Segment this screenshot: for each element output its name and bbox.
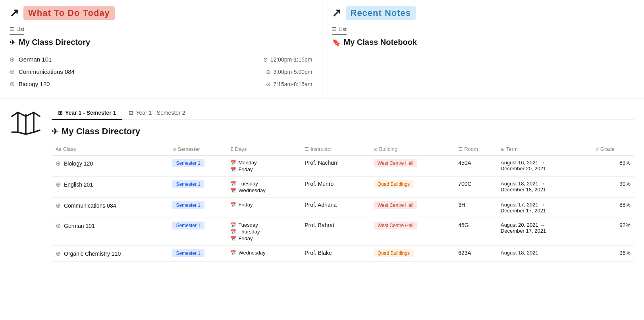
tab-semester-1[interactable]: ⊞ Year 1 - Semester 1: [52, 106, 122, 120]
td-term: August 18, 2021 →December 18, 2021: [497, 177, 592, 198]
recent-notes-title: Recent Notes: [346, 6, 416, 20]
cal-icon: 📅: [230, 188, 236, 193]
class-icon-row: ⊕: [56, 160, 61, 167]
class-time-comms: ⊙ 3:00pm-5:00pm: [266, 69, 312, 75]
td-class: ⊕ English 201: [52, 177, 168, 198]
bottom-section: ⊞ Year 1 - Semester 1 ⊞ Year 1 - Semeste…: [0, 98, 644, 270]
td-grade: 90%: [592, 177, 634, 198]
directory-icon-top: ✈: [10, 38, 15, 47]
th-room: ☰Room: [454, 143, 497, 156]
class-name-cell: Biology 120: [64, 160, 93, 167]
class-icon-row: ⊕: [56, 222, 61, 229]
notebook-title: 🔖 My Class Notebook: [332, 38, 635, 47]
td-days: 📅 Monday 📅 Friday: [226, 156, 301, 177]
day-name: Tuesday: [238, 181, 258, 187]
cal-icon: 📅: [230, 160, 236, 166]
list-toggle-left[interactable]: ☰ List: [10, 26, 312, 35]
class-name-cell: Organic Chemistry 110: [64, 251, 121, 257]
td-days: 📅 Tuesday 📅 Wednesday: [226, 177, 301, 198]
td-instructor: Prof. Bahrat: [301, 218, 369, 246]
class-icon-row: ⊕: [56, 181, 61, 188]
class-icon-comms: ⊕: [10, 68, 15, 75]
td-days: 📅 Tuesday 📅 Thursday 📅 Friday: [226, 218, 301, 246]
directory-title-bottom-text: My Class Directory: [62, 126, 140, 137]
td-class: ⊕ Communications 084: [52, 198, 168, 218]
directory-icon-bottom: ✈: [52, 127, 58, 136]
class-icon-row: ⊕: [56, 250, 61, 257]
map-icon: [10, 110, 42, 136]
td-term: August 17, 2021 →December 17, 2021: [497, 198, 592, 218]
td-term: August 18, 2021: [497, 246, 592, 262]
day-item: 📅 Wednesday: [230, 187, 297, 193]
td-semester: Semester 1: [168, 218, 227, 246]
list-label-left[interactable]: ☰ List: [10, 26, 24, 35]
td-semester: Semester 1: [168, 246, 227, 262]
class-name-bio: Biology 120: [19, 81, 50, 87]
day-name: Friday: [238, 235, 253, 241]
map-sidebar: [0, 98, 52, 270]
class-name-comms: Communications 084: [19, 68, 75, 75]
td-room: 3H: [454, 198, 497, 218]
cal-icon: 📅: [230, 167, 236, 172]
th-instructor: ☰Instructor: [301, 143, 369, 156]
th-days: ΣDays: [226, 143, 301, 156]
time-german: 12:00pm-1:15pm: [270, 56, 312, 63]
td-building: West Centre Hall: [370, 198, 455, 218]
td-room: 700C: [454, 177, 497, 198]
td-days: 📅 Wednesday: [226, 246, 301, 262]
list-label-right[interactable]: ☰ List: [332, 26, 347, 35]
th-class: AaClass: [52, 143, 168, 156]
cal-icon: 📅: [230, 202, 236, 208]
directory-title-bottom: ✈ My Class Directory: [52, 126, 634, 137]
arrow-icon-right[interactable]: ↗: [332, 8, 341, 19]
day-name: Wednesday: [238, 250, 265, 256]
td-building: Quad Buildings: [370, 246, 455, 262]
day-name: Wednesday: [238, 187, 265, 193]
td-class: ⊕ German 101: [52, 218, 168, 246]
th-building-icon: ⊙: [374, 147, 378, 152]
table-header-row: AaClass ⊙Semester ΣDays ☰Instructor ⊙Bui: [52, 143, 634, 156]
building-badge: Quad Buildings: [374, 249, 414, 257]
tab-label-1: Year 1 - Semester 1: [65, 110, 116, 116]
th-semester-icon: ⊙: [172, 147, 176, 152]
time-comms: 3:00pm-5:00pm: [273, 69, 312, 75]
th-grade-icon: #: [596, 147, 599, 152]
class-time-german: ⊙ 12:00pm-1:15pm: [263, 56, 312, 63]
day-item: 📅 Thursday: [230, 229, 297, 235]
class-directory-title-top: ✈ My Class Directory: [10, 38, 312, 47]
td-semester: Semester 1: [168, 177, 227, 198]
td-instructor: Prof. Munro: [301, 177, 369, 198]
class-name-cell: English 201: [64, 181, 93, 188]
arrow-icon-left[interactable]: ↗: [10, 8, 19, 19]
class-time-bio: ⊙ 7:15am-8:15am: [266, 81, 312, 87]
th-grade: #Grade: [592, 143, 634, 156]
td-grade: 89%: [592, 156, 634, 177]
day-cell: 📅 Friday: [230, 202, 297, 208]
semester-badge: Semester 1: [172, 159, 204, 167]
td-grade: 96%: [592, 246, 634, 262]
page-wrapper: ↗ What To Do Today ☰ List ✈ My Class Dir…: [0, 0, 644, 320]
td-class: ⊕ Organic Chemistry 110: [52, 246, 168, 262]
semester-badge: Semester 1: [172, 249, 204, 257]
class-table: AaClass ⊙Semester ΣDays ☰Instructor ⊙Bui: [52, 143, 634, 262]
th-class-icon: Aa: [56, 147, 62, 152]
building-badge: West Centre Hall: [374, 201, 417, 209]
tab-semester-2[interactable]: ⊞ Year 1 - Semester 2: [122, 106, 191, 120]
grade-value: 90%: [619, 181, 631, 187]
grade-value: 92%: [619, 222, 631, 228]
list-toggle-right[interactable]: ☰ List: [332, 26, 635, 35]
td-semester: Semester 1: [168, 198, 227, 218]
td-room: 45G: [454, 218, 497, 246]
th-term-icon: ⊞: [501, 147, 505, 152]
day-cell: 📅 Monday 📅 Friday: [230, 160, 297, 172]
grade-value: 96%: [619, 250, 631, 256]
td-room: 623A: [454, 246, 497, 262]
day-item: 📅 Tuesday: [230, 222, 297, 228]
bottom-main-content: ⊞ Year 1 - Semester 1 ⊞ Year 1 - Semeste…: [52, 98, 644, 270]
semester-tabs: ⊞ Year 1 - Semester 1 ⊞ Year 1 - Semeste…: [52, 106, 634, 120]
th-days-icon: Σ: [230, 147, 233, 152]
tab-icon-2: ⊞: [129, 110, 133, 116]
class-name-cell: German 101: [64, 223, 95, 229]
class-item-bio-120: ⊕ Biology 120 ⊙ 7:15am-8:15am: [10, 78, 312, 90]
td-term: August 16, 2021 →December 20, 2021: [497, 156, 592, 177]
